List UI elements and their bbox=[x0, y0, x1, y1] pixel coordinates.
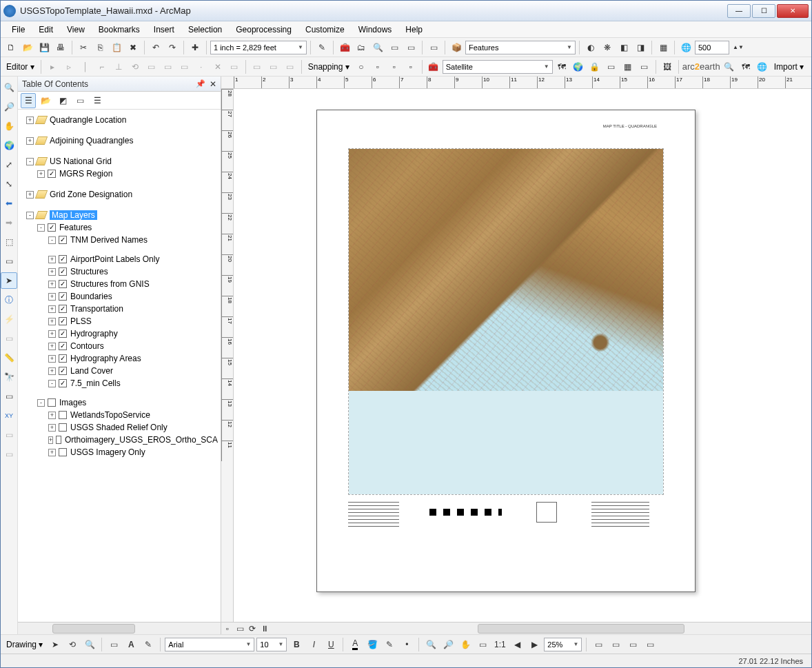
expand-toggle[interactable]: - bbox=[37, 399, 45, 407]
cut-icon[interactable]: ✂ bbox=[76, 40, 91, 55]
close-panel-icon[interactable]: ✕ bbox=[210, 79, 216, 89]
edit-tool-icon[interactable]: ▸ bbox=[45, 59, 60, 74]
time-slider-icon[interactable]: ▭ bbox=[1, 427, 17, 443]
basemap-icon[interactable]: 🗺 bbox=[554, 59, 569, 74]
snap-edge-icon[interactable]: ▫ bbox=[403, 59, 418, 74]
back-extent-icon[interactable]: ⬅ bbox=[1, 195, 17, 212]
menu-selection[interactable]: Selection bbox=[181, 23, 229, 37]
list-by-selection-icon[interactable]: ▭ bbox=[72, 93, 88, 108]
tree-label[interactable]: Images bbox=[59, 398, 86, 407]
tree-label[interactable]: Grid Zone Designation bbox=[50, 190, 132, 199]
layout-pan-icon[interactable]: ✋ bbox=[458, 637, 473, 652]
edit-annotation-icon[interactable]: ▭ bbox=[266, 59, 281, 74]
menu-insert[interactable]: Insert bbox=[147, 23, 181, 37]
tree-label[interactable]: US National Grid bbox=[50, 156, 112, 166]
visibility-checkbox[interactable] bbox=[59, 423, 67, 432]
expand-toggle[interactable]: + bbox=[48, 367, 56, 375]
select-elements-icon[interactable]: ➤ bbox=[1, 272, 17, 289]
expand-toggle[interactable]: + bbox=[26, 191, 34, 199]
visibility-checkbox[interactable] bbox=[59, 280, 67, 288]
tree-node[interactable]: +Transportation bbox=[21, 303, 218, 315]
rotate-icon[interactable]: ⟲ bbox=[128, 59, 143, 74]
tree-label[interactable]: WetlandsTopoService bbox=[70, 410, 150, 420]
validate-icon[interactable]: ✕ bbox=[210, 59, 225, 74]
tree-node[interactable]: +Land Cover bbox=[21, 365, 218, 377]
bold-icon[interactable]: B bbox=[289, 637, 304, 652]
tree-label[interactable]: Features bbox=[59, 223, 92, 232]
tree-label[interactable]: 7.5_min Cells bbox=[70, 378, 121, 388]
dim-icon[interactable]: ◨ bbox=[633, 40, 648, 55]
more-edit-icon[interactable]: ▭ bbox=[227, 59, 242, 74]
tree-node[interactable]: +MGRS Region bbox=[21, 168, 218, 180]
a2e-search-icon[interactable]: 🔍 bbox=[722, 59, 737, 74]
edit-vertices-icon[interactable]: ▹ bbox=[61, 59, 77, 74]
toc-scrollbar[interactable] bbox=[18, 622, 221, 634]
zoom-100-icon[interactable]: 1:1 bbox=[492, 637, 507, 652]
visibility-checkbox[interactable] bbox=[59, 379, 67, 387]
tree-label[interactable]: Transportation bbox=[70, 304, 123, 314]
visibility-checkbox[interactable] bbox=[59, 411, 67, 419]
find-route-icon[interactable]: ▭ bbox=[1, 388, 17, 405]
visibility-checkbox[interactable] bbox=[48, 170, 56, 178]
zoom-out-icon[interactable]: 🔎 bbox=[1, 99, 17, 115]
drawing-label[interactable]: Drawing ▾ bbox=[3, 640, 45, 649]
visibility-checkbox[interactable] bbox=[59, 448, 67, 456]
trace-icon[interactable]: ▭ bbox=[177, 59, 192, 74]
tree-label[interactable]: Map Layers bbox=[50, 210, 97, 220]
lock-icon[interactable]: 🔒 bbox=[587, 59, 602, 74]
identify-icon[interactable]: ⓘ bbox=[1, 292, 17, 308]
open-icon[interactable]: 📂 bbox=[20, 40, 35, 55]
tree-node[interactable]: +USGS Imagery Only bbox=[21, 446, 218, 458]
tree-node[interactable]: +Structures from GNIS bbox=[21, 278, 218, 290]
attributes-icon[interactable]: ▭ bbox=[144, 59, 159, 74]
expand-toggle[interactable]: + bbox=[37, 170, 45, 178]
change-layout-icon[interactable]: ▭ bbox=[625, 637, 640, 652]
sketch-icon[interactable]: ▭ bbox=[161, 59, 176, 74]
new-icon[interactable]: 🗋 bbox=[3, 40, 19, 55]
forward-extent-icon[interactable]: ➡ bbox=[1, 214, 17, 231]
tree-node[interactable]: +Boundaries bbox=[21, 290, 218, 303]
tree-label[interactable]: TNM Derived Names bbox=[70, 235, 148, 245]
list-by-drawing-order-icon[interactable]: ☰ bbox=[21, 93, 36, 108]
visibility-checkbox[interactable] bbox=[48, 223, 56, 232]
expand-toggle[interactable]: + bbox=[48, 330, 56, 338]
modelbuilder-icon[interactable]: ▭ bbox=[403, 40, 418, 55]
visibility-checkbox[interactable] bbox=[59, 330, 67, 338]
expand-toggle[interactable]: + bbox=[26, 137, 34, 145]
visibility-checkbox[interactable] bbox=[56, 436, 61, 444]
options-icon[interactable]: ☰ bbox=[90, 93, 105, 108]
tree-label[interactable]: MGRS Region bbox=[59, 169, 112, 179]
expand-toggle[interactable]: + bbox=[26, 117, 34, 124]
focus-data-frame-icon[interactable]: ▭ bbox=[608, 637, 623, 652]
imagery-combo[interactable]: Satellite▼ bbox=[443, 60, 553, 74]
tree-label[interactable]: Structures from GNIS bbox=[70, 279, 150, 289]
fill-color-icon[interactable]: 🪣 bbox=[365, 637, 380, 652]
list-by-source-icon[interactable]: 📂 bbox=[38, 93, 53, 108]
tree-node[interactable]: +Contours bbox=[21, 340, 218, 352]
delete-icon[interactable]: ✖ bbox=[125, 40, 141, 55]
tree-node[interactable]: +Quadrangle Location bbox=[21, 114, 218, 126]
undo-icon[interactable]: ↶ bbox=[148, 40, 163, 55]
tree-node[interactable]: -Features bbox=[21, 221, 218, 234]
layer-props-icon[interactable]: ▭ bbox=[637, 59, 652, 74]
create-features-icon[interactable]: ▭ bbox=[250, 59, 265, 74]
fixed-zoom-out-icon[interactable]: ⤡ bbox=[1, 176, 17, 192]
expand-toggle[interactable]: + bbox=[48, 424, 56, 432]
menu-edit[interactable]: Edit bbox=[32, 23, 60, 37]
menu-geoprocessing[interactable]: Geoprocessing bbox=[229, 23, 298, 37]
layout-view-icon[interactable]: ▭ bbox=[234, 623, 246, 634]
more-icon[interactable]: ▭ bbox=[283, 59, 298, 74]
layout-canvas[interactable]: MAP TITLE - QUADRANGLE bbox=[234, 89, 811, 622]
tree-label[interactable]: Orthoimagery_USGS_EROS_Ortho_SCA bbox=[65, 435, 218, 445]
a2e-map-icon[interactable]: 🗺 bbox=[738, 59, 753, 74]
visibility-checkbox[interactable] bbox=[48, 398, 56, 407]
layout-zoom-in-icon[interactable]: 🔍 bbox=[423, 637, 438, 652]
layout-forward-icon[interactable]: ▶ bbox=[527, 637, 542, 652]
expand-toggle[interactable]: + bbox=[48, 256, 56, 263]
tree-label[interactable]: Quadrangle Location bbox=[50, 115, 126, 125]
save-icon[interactable]: 💾 bbox=[37, 40, 52, 55]
expand-toggle[interactable]: + bbox=[48, 355, 56, 363]
tree-node[interactable]: +AirportPoint Labels Only bbox=[21, 253, 218, 265]
tree-label[interactable]: AirportPoint Labels Only bbox=[70, 254, 159, 264]
rotate-graphic-icon[interactable]: ⟲ bbox=[65, 637, 80, 652]
